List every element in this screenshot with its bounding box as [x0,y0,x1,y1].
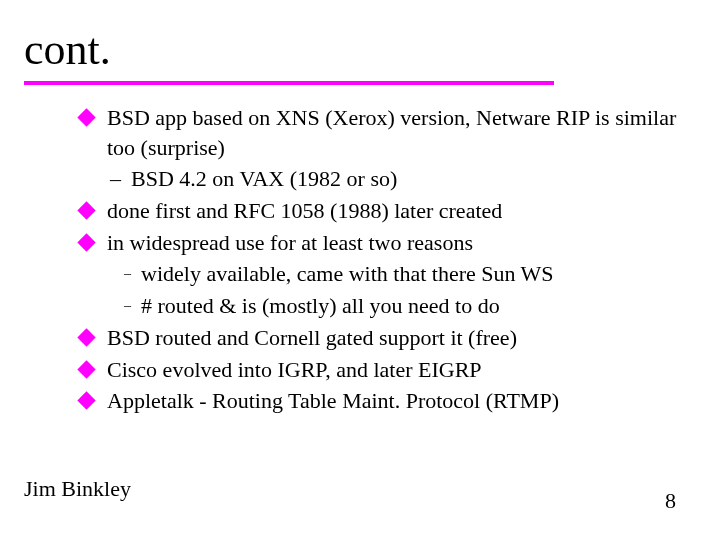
diamond-bullet-icon [77,391,95,409]
diamond-bullet-icon [77,233,95,251]
bullet-text: done first and RFC 1058 (1988) later cre… [107,196,692,226]
bullet-text: BSD app based on XNS (Xerox) version, Ne… [107,103,692,162]
sub-bullet-text: BSD 4.2 on VAX (1982 or so) [131,164,397,194]
diamond-bullet-icon [77,108,95,126]
bullet-text: in widespread use for at least two reaso… [107,228,692,258]
small-dash-icon: – [124,265,131,284]
slide-number: 8 [665,488,676,514]
slide-title: cont. [24,24,692,75]
bullet-text: BSD routed and Cornell gated support it … [107,323,692,353]
diamond-bullet-icon [77,360,95,378]
bullet-item: Appletalk - Routing Table Maint. Protoco… [80,386,692,416]
diamond-bullet-icon [77,201,95,219]
en-dash-icon: – [110,164,121,194]
sub-bullet-item: – BSD 4.2 on VAX (1982 or so) [80,164,692,194]
sub-sub-bullet-item: – # routed & is (mostly) all you need to… [80,291,692,321]
bullet-text: Cisco evolved into IGRP, and later EIGRP [107,355,692,385]
diamond-bullet-icon [77,328,95,346]
bullet-text: Appletalk - Routing Table Maint. Protoco… [107,386,692,416]
bullet-item: BSD routed and Cornell gated support it … [80,323,692,353]
bullet-item: in widespread use for at least two reaso… [80,228,692,258]
bullet-item: BSD app based on XNS (Xerox) version, Ne… [80,103,692,162]
small-dash-icon: – [124,297,131,316]
sub-sub-bullet-item: – widely available, came with that there… [80,259,692,289]
slide-body: BSD app based on XNS (Xerox) version, Ne… [28,103,692,416]
footer-author: Jim Binkley [24,476,131,502]
slide-container: cont. BSD app based on XNS (Xerox) versi… [0,0,720,540]
sub-sub-bullet-text: widely available, came with that there S… [141,259,554,289]
bullet-item: done first and RFC 1058 (1988) later cre… [80,196,692,226]
title-underline [24,81,554,85]
bullet-item: Cisco evolved into IGRP, and later EIGRP [80,355,692,385]
sub-sub-bullet-text: # routed & is (mostly) all you need to d… [141,291,500,321]
